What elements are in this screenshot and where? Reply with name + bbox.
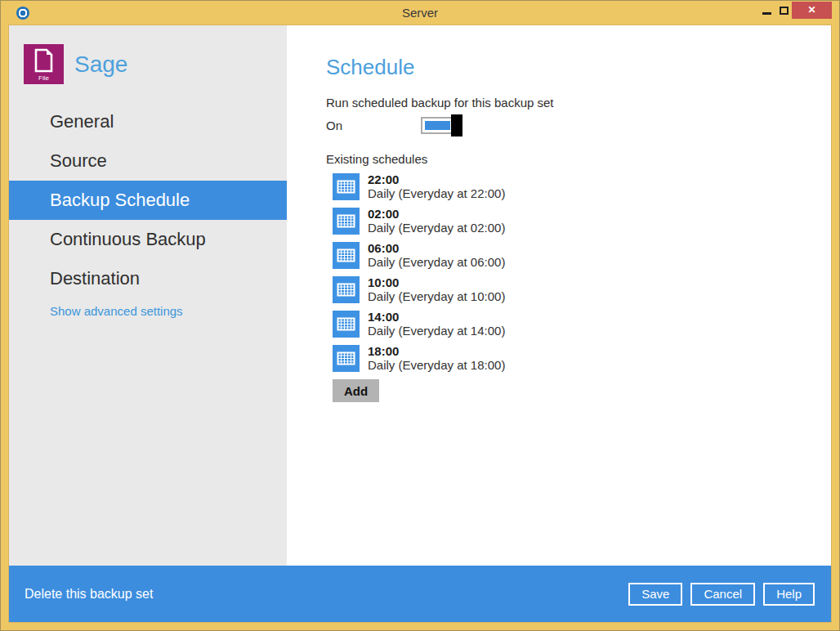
schedule-desc: Daily (Everyday at 22:00): [368, 186, 505, 200]
sidebar-item-label: General: [50, 111, 114, 132]
delete-backup-set-link[interactable]: Delete this backup set: [25, 587, 620, 602]
sidebar-item-label: Backup Schedule: [50, 190, 190, 210]
backup-set-name: Sage: [74, 51, 127, 78]
schedule-text: 18:00 Daily (Everyday at 18:00): [368, 345, 505, 372]
sidebar-item[interactable]: Destination: [9, 259, 287, 298]
calendar-table-icon: [333, 311, 360, 338]
save-button[interactable]: Save: [628, 583, 682, 606]
schedule-toggle[interactable]: [421, 117, 455, 134]
window-content: File Sage General Source: [8, 25, 832, 623]
close-button[interactable]: ✕: [792, 2, 832, 19]
sidebar-item-label: Continuous Backup: [50, 229, 206, 249]
toggle-fill: [425, 121, 450, 130]
schedule-time: 10:00: [368, 276, 505, 289]
add-schedule-button[interactable]: Add: [333, 379, 379, 402]
main-panel: Schedule Run scheduled backup for this b…: [287, 25, 831, 566]
schedule-time: 14:00: [368, 311, 505, 324]
schedule-time: 22:00: [368, 173, 505, 186]
minimize-button[interactable]: [762, 12, 771, 15]
calendar-table-icon: [333, 276, 360, 303]
schedule-toggle-row: On: [326, 117, 815, 134]
sidebar-item[interactable]: Source: [9, 141, 287, 181]
schedule-text: 06:00 Daily (Everyday at 06:00): [368, 242, 505, 269]
maximize-button[interactable]: [780, 7, 789, 15]
titlebar: Server ✕: [1, 1, 839, 25]
schedule-desc: Daily (Everyday at 14:00): [368, 324, 505, 338]
calendar-table-icon: [333, 208, 360, 235]
calendar-table-icon: [333, 242, 360, 269]
schedule-text: 14:00 Daily (Everyday at 14:00): [368, 311, 505, 338]
window-title: Server: [1, 1, 839, 25]
backup-set-header: File Sage: [24, 44, 287, 84]
sidebar-nav: General Source Backup Schedule Continuou…: [9, 102, 287, 298]
toggle-handle-icon[interactable]: [451, 114, 462, 136]
cancel-button[interactable]: Cancel: [690, 583, 755, 606]
schedule-text: 22:00 Daily (Everyday at 22:00): [368, 173, 505, 200]
sidebar-item[interactable]: Backup Schedule: [9, 181, 287, 220]
sidebar-item-label: Source: [50, 150, 107, 171]
help-button[interactable]: Help: [763, 583, 815, 606]
show-advanced-settings-link[interactable]: Show advanced settings: [50, 304, 183, 318]
schedule-list: 22:00 Daily (Everyday at 22:00): [333, 173, 815, 372]
schedule-item[interactable]: 22:00 Daily (Everyday at 22:00): [333, 173, 815, 200]
schedule-desc: Daily (Everyday at 02:00): [368, 221, 505, 235]
footer-bar: Delete this backup set Save Cancel Help: [9, 566, 831, 622]
existing-schedules-label: Existing schedules: [326, 152, 815, 166]
calendar-table-icon: [333, 345, 360, 372]
schedule-item[interactable]: 18:00 Daily (Everyday at 18:00): [333, 345, 815, 372]
calendar-table-icon: [333, 173, 360, 200]
schedule-time: 06:00: [368, 242, 505, 255]
schedule-text: 10:00 Daily (Everyday at 10:00): [368, 276, 505, 303]
schedule-desc: Daily (Everyday at 06:00): [368, 255, 505, 269]
schedule-time: 02:00: [368, 208, 505, 221]
schedule-desc: Daily (Everyday at 10:00): [368, 289, 505, 303]
schedule-desc: Daily (Everyday at 18:00): [368, 358, 505, 372]
app-window: Server ✕ File Sage: [0, 0, 840, 631]
schedule-time: 18:00: [368, 345, 505, 358]
sidebar-item[interactable]: Continuous Backup: [9, 220, 287, 259]
sidebar-item[interactable]: General: [9, 102, 287, 141]
page-title: Schedule: [326, 55, 815, 80]
file-backup-set-icon: File: [24, 44, 64, 84]
toggle-state-label: On: [326, 119, 421, 132]
schedule-item[interactable]: 14:00 Daily (Everyday at 14:00): [333, 311, 815, 338]
schedule-item[interactable]: 10:00 Daily (Everyday at 10:00): [333, 276, 815, 303]
sidebar: File Sage General Source: [9, 25, 287, 566]
schedule-item[interactable]: 06:00 Daily (Everyday at 06:00): [333, 242, 815, 269]
schedule-text: 02:00 Daily (Everyday at 02:00): [368, 208, 505, 235]
schedule-item[interactable]: 02:00 Daily (Everyday at 02:00): [333, 208, 815, 235]
sidebar-item-label: Destination: [50, 268, 140, 289]
file-icon-label: File: [38, 74, 49, 82]
run-scheduled-backup-label: Run scheduled backup for this backup set: [326, 96, 815, 110]
